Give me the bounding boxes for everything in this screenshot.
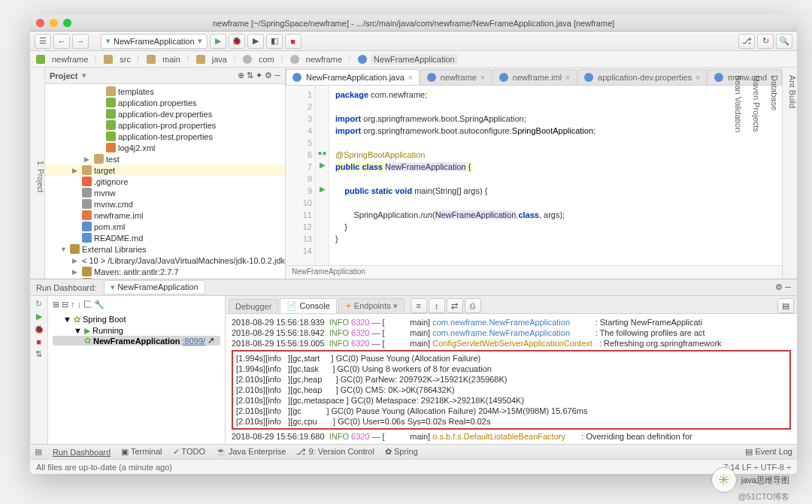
event-log-button[interactable]: ▤ Event Log xyxy=(745,447,792,457)
debug-button[interactable]: 🐞 xyxy=(229,34,245,49)
run-dashboard-label: Run Dashboard: xyxy=(36,283,96,292)
console-settings-icon[interactable]: ▤ xyxy=(777,298,794,313)
run-button[interactable]: ▶ xyxy=(210,34,226,49)
tree-node[interactable]: ▶test xyxy=(45,153,285,164)
tree-node[interactable]: mvnw.cmd xyxy=(45,198,285,210)
tree-node[interactable]: ▶target xyxy=(45,164,285,176)
filter-icon[interactable]: ⇅ xyxy=(35,349,42,359)
console-output[interactable]: 2018-08-29 15:56:18.939 INFO 6320 --- [ … xyxy=(226,314,797,444)
tree-node[interactable]: ▶< 10 > /Library/Java/JavaVirtualMachine… xyxy=(45,255,285,266)
wechat-icon: ✳ xyxy=(711,467,737,493)
breadcrumb-item[interactable]: src xyxy=(117,54,134,65)
profile-button[interactable]: ◧ xyxy=(266,34,283,49)
tree-node[interactable]: log4j2.xml xyxy=(45,142,285,153)
window-titlebar: newframe [~/SpringSpace/newframe] - .../… xyxy=(30,15,797,32)
settings-icon[interactable]: ⚙ ─ xyxy=(775,282,791,292)
bottom-tool-tabs: ▦ Run Dashboard ▣ Terminal ✓ TODO ☕ Java… xyxy=(30,444,797,459)
package-icon xyxy=(290,55,299,64)
editor-tab[interactable]: NewFrameApplication.java× xyxy=(286,69,420,85)
editor-tab[interactable]: newframe.iml× xyxy=(492,69,577,85)
tab-endpoints[interactable]: ✦ Endpoints ▾ xyxy=(338,298,404,313)
navigation-breadcrumbs: newframe〉 src〉 main〉 java〉 com〉 newframe… xyxy=(30,51,797,68)
main-toolbar: ☰ ← → ▾NewFrameApplication▾ ▶ 🐞 ▶ ◧ ■ ⎇ … xyxy=(30,32,797,51)
breadcrumb-item[interactable]: newframe xyxy=(303,54,345,65)
gutter-icons: ●●▶▶ xyxy=(316,86,329,265)
console-toolbar[interactable]: ≡↕⇄⎙ xyxy=(411,298,481,313)
run-dashboard-header: Run Dashboard: ▾ NewFrameApplication ⚙ ─ xyxy=(30,279,797,296)
breadcrumb-item[interactable]: main xyxy=(159,54,183,65)
project-panel-title: Project xyxy=(50,71,77,80)
run-dashboard-tab[interactable]: ▾ NewFrameApplication xyxy=(104,280,205,294)
folder-icon xyxy=(147,55,156,64)
tree-node[interactable]: ▶Maven: antlr:antlr:2.7.7 xyxy=(45,266,285,277)
bottom-tab-todo[interactable]: ✓ TODO xyxy=(173,447,205,457)
editor-breadcrumb[interactable]: NewFrameApplication xyxy=(286,265,782,279)
left-tool-stripe[interactable]: 1: Project xyxy=(30,68,45,279)
debug-icon[interactable]: 🐞 xyxy=(34,324,44,334)
tree-node[interactable]: README.md xyxy=(45,232,285,243)
project-tool-window: Project ▾ ⊕ ⇅ ✦ ⚙ ─ templatesapplication… xyxy=(45,68,286,279)
coverage-button[interactable]: ▶ xyxy=(247,34,264,49)
maximize-window-button[interactable] xyxy=(63,19,71,27)
tree-node[interactable]: templates xyxy=(45,86,285,97)
blog-credit: @51CTO博客 xyxy=(738,491,789,502)
update-button[interactable]: ↻ xyxy=(757,34,774,49)
open-button[interactable]: ☰ xyxy=(35,34,51,49)
line-number-gutter: 1234567891011121314 xyxy=(286,86,316,265)
vcs-button[interactable]: ⎇ xyxy=(738,34,755,49)
tree-node[interactable]: .gitignore xyxy=(45,176,285,187)
module-icon xyxy=(36,55,45,64)
run-icon[interactable]: ▶ xyxy=(36,312,42,321)
stop-icon[interactable]: ■ xyxy=(36,337,41,346)
minimize-window-button[interactable] xyxy=(50,19,58,27)
project-settings-icon[interactable]: ⊕ ⇅ ✦ ⚙ ─ xyxy=(238,71,280,80)
status-bar: All files are up-to-date (a minute ago) … xyxy=(30,459,797,474)
window-title: newframe [~/SpringSpace/newframe] - .../… xyxy=(30,19,797,28)
tree-node[interactable]: pom.xml xyxy=(45,221,285,232)
tree-node[interactable]: ▼External Libraries xyxy=(45,243,285,255)
bottom-tab-spring[interactable]: ✿ Spring xyxy=(385,447,418,457)
breadcrumb-item[interactable]: newframe xyxy=(49,54,91,65)
project-tree[interactable]: templatesapplication.propertiesapplicati… xyxy=(45,84,285,279)
folder-icon xyxy=(104,55,113,64)
back-button[interactable]: ← xyxy=(53,34,70,49)
tree-node[interactable]: application-test.properties xyxy=(45,131,285,142)
breadcrumb-item[interactable]: com xyxy=(256,54,277,65)
console-tabs: Debugger 📄 Console ✦ Endpoints ▾ ≡↕⇄⎙ ▤ xyxy=(226,296,797,314)
breadcrumb-item[interactable]: NewFrameApplication xyxy=(371,54,458,65)
run-configuration-select[interactable]: ▾NewFrameApplication▾ xyxy=(101,34,208,49)
breadcrumb-item[interactable]: java xyxy=(209,54,230,65)
status-message: All files are up-to-date (a minute ago) xyxy=(36,463,172,472)
package-icon xyxy=(243,55,252,64)
run-dashboard-tree[interactable]: ⊞ ⊟ ↑ ↓ 匚 🔧 ▼ ✿ Spring Boot ▼ ▶ Running … xyxy=(48,296,225,444)
editor-tab[interactable]: newframe× xyxy=(420,69,492,85)
stop-button[interactable]: ■ xyxy=(285,34,301,49)
forward-button[interactable]: → xyxy=(72,34,89,49)
tab-debugger[interactable]: Debugger xyxy=(229,299,278,313)
folder-icon xyxy=(196,55,205,64)
bottom-tab-run-dashboard[interactable]: Run Dashboard xyxy=(53,448,111,457)
tree-node[interactable]: newframe.iml xyxy=(45,210,285,221)
bottom-tab-terminal[interactable]: ▣ Terminal xyxy=(121,447,162,457)
java-class-icon xyxy=(358,55,367,64)
rerun-icon[interactable]: ↻ xyxy=(35,299,42,309)
code-editor[interactable]: package com.newframe; import org.springf… xyxy=(329,86,782,265)
search-everywhere-button[interactable]: 🔍 xyxy=(776,34,792,49)
tab-console[interactable]: 📄 Console xyxy=(280,298,336,313)
close-window-button[interactable] xyxy=(36,19,44,27)
editor-tab[interactable]: application-dev.properties× xyxy=(577,69,707,85)
tree-node[interactable]: application-dev.properties xyxy=(45,108,285,119)
bottom-tab-java-enterprise[interactable]: ☕ Java Enterprise xyxy=(216,447,286,457)
editor-tabs: NewFrameApplication.java×newframe×newfra… xyxy=(286,68,782,86)
tree-node[interactable]: mvnw xyxy=(45,187,285,198)
bottom-tab-vcs[interactable]: ⎇ 9: Version Control xyxy=(296,447,374,457)
right-tool-stripe[interactable]: Ant Build Database Maven Projects Bean V… xyxy=(782,68,797,279)
tree-node[interactable]: application-prod.properties xyxy=(45,119,285,131)
tree-node[interactable]: application.properties xyxy=(45,97,285,108)
run-dashboard-toolbar[interactable]: ↻ ▶ 🐞 ■ ⇅ xyxy=(30,296,48,444)
watermark: ✳ java思维导图 xyxy=(711,467,789,493)
